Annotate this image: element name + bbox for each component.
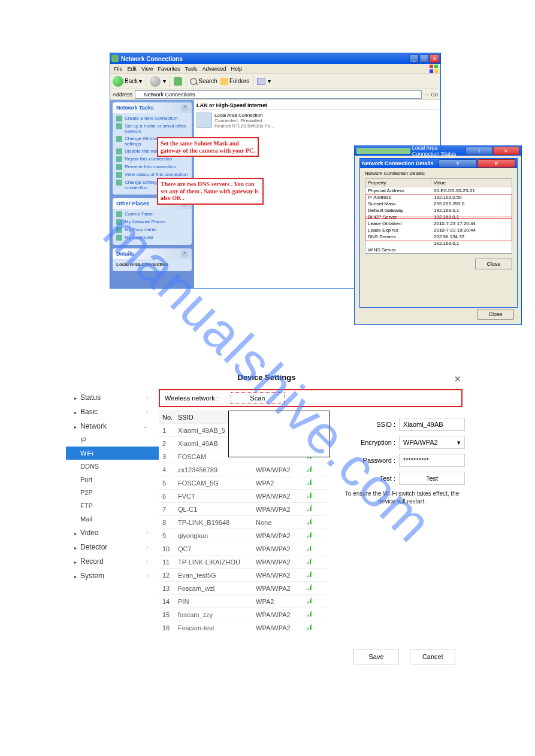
task-icon (116, 136, 122, 142)
collapse-icon[interactable]: ⌃ (181, 250, 188, 257)
menu-tools[interactable]: Tools (185, 66, 197, 72)
selection-box (228, 411, 330, 457)
connection-state: Connected, Firewalled (214, 118, 262, 123)
sidebar-sub-ftp[interactable]: FTP (66, 499, 159, 512)
wifi-row[interactable]: 16Foscam-testWPA/WPA2 (159, 621, 327, 634)
close-button[interactable]: ✕ (477, 159, 516, 168)
go-button[interactable]: → Go (424, 92, 438, 98)
place-link[interactable]: My Computer (116, 235, 188, 241)
sidebar-sub-ddns[interactable]: DDNS (66, 460, 159, 473)
place-icon (116, 227, 122, 233)
address-field[interactable]: Network Connections (135, 90, 422, 99)
status-titlebar[interactable]: Local Area Connection Status ?✕ (355, 146, 521, 156)
sidebar-item-status[interactable]: ▸Status› (66, 390, 159, 405)
wifi-row[interactable]: 13Foscam_wzlWPA/WPA2 (159, 581, 327, 594)
menubar: File Edit View Favorites Tools Advanced … (110, 64, 440, 74)
task-link[interactable]: Repair this connection (116, 156, 188, 162)
details-label: Network Connection Details: (360, 168, 517, 178)
wifi-panel: Wireless network : Scan No. SSID 1Xiaomi… (159, 387, 467, 668)
sidebar-item-detector[interactable]: ▸Detector› (66, 540, 159, 554)
wifi-row[interactable]: 9qiyongkunWPA/WPA2 (159, 529, 327, 542)
maximize-button[interactable]: □ (419, 54, 429, 63)
details-titlebar[interactable]: Network Connection Details ?✕ (360, 159, 517, 168)
status-close-button[interactable]: Close (477, 309, 514, 320)
save-button[interactable]: Save (353, 649, 399, 664)
signal-icon (304, 612, 316, 618)
menu-help[interactable]: Help (231, 66, 242, 72)
sidebar-sub-port[interactable]: Port (66, 473, 159, 486)
signal-icon (304, 506, 316, 512)
task-icon (116, 148, 122, 154)
help-button[interactable]: ? (439, 159, 477, 168)
details-dialog: Network Connection Details ?✕ Network Co… (359, 158, 518, 308)
wifi-row[interactable]: 15foscam_zzyWPA/WPA2 (159, 608, 327, 621)
test-button[interactable]: Test (399, 472, 465, 485)
place-link[interactable]: Control Panel (116, 211, 188, 217)
menu-advanced[interactable]: Advanced (202, 66, 226, 72)
scan-button[interactable]: Scan (231, 392, 285, 404)
wifi-row[interactable]: 12Evan_test5GWPA/WPA2 (159, 568, 327, 581)
task-link[interactable]: Create a new connection (116, 116, 188, 122)
cancel-button[interactable]: Cancel (410, 649, 455, 664)
search-button[interactable]: Search (190, 78, 217, 85)
signal-icon (304, 625, 316, 631)
annotation-subnet: Set the same Subnet Mask and gateway of … (157, 137, 259, 157)
place-link[interactable]: My Network Places (116, 219, 188, 225)
collapse-icon[interactable]: ⌃ (181, 104, 188, 111)
wifi-form: SSID :Xiaomi_49AB Encryption :WPA/WPA2▾ … (339, 418, 465, 505)
details-title: Network Connection Details (362, 160, 439, 166)
titlebar[interactable]: Network Connections _ □ ✕ (110, 53, 440, 64)
sidebar-item-video[interactable]: ▸Video› (66, 526, 159, 540)
sidebar-item-record[interactable]: ▸Record› (66, 554, 159, 569)
wifi-row[interactable]: 5FOSCAM_5GWPA2 (159, 476, 327, 489)
menu-file[interactable]: File (114, 66, 123, 72)
help-button[interactable]: ? (466, 147, 492, 155)
place-link[interactable]: My Documents (116, 227, 188, 233)
minimize-button[interactable]: _ (409, 54, 419, 63)
wifi-row[interactable]: 4zx123456789WPA/WPA2 (159, 463, 327, 476)
wifi-row[interactable]: 6FVCTWPA/WPA2 (159, 489, 327, 502)
wifi-row[interactable]: 10QC7WPA/WPA2 (159, 542, 327, 555)
task-link[interactable]: Set up a home or small office network (116, 123, 188, 134)
wifi-row[interactable]: 7QL-C1WPA/WPA2 (159, 502, 327, 515)
place-icon (116, 235, 122, 241)
views-button[interactable] (257, 78, 265, 85)
address-bar: Address Network Connections → Go (110, 89, 440, 100)
back-button[interactable]: Back ▾ (113, 76, 142, 87)
ssid-field[interactable]: Xiaomi_49AB (399, 418, 465, 431)
task-link[interactable]: View status of this connection (116, 172, 188, 178)
task-icon (116, 123, 122, 129)
details-item: Local Area Connection (116, 262, 188, 267)
sidebar-sub-wifi[interactable]: WiFi (66, 447, 159, 460)
encryption-select[interactable]: WPA/WPA2▾ (399, 436, 465, 449)
sidebar-sub-p2p[interactable]: P2P (66, 486, 159, 499)
wifi-row[interactable]: 11TP-LINK-LIKAIZHOUWPA/WPA2 (159, 555, 327, 568)
network-tasks-title: Network Tasks (116, 105, 154, 111)
wifi-row[interactable]: 14PINWPA2 (159, 594, 327, 608)
forward-button[interactable] (150, 76, 161, 87)
menu-view[interactable]: View (141, 66, 153, 72)
window-title: Network Connections (121, 56, 409, 62)
close-icon[interactable]: ✕ (454, 374, 461, 384)
task-icon (116, 172, 122, 178)
close-button[interactable]: ✕ (493, 147, 519, 155)
details-close-button[interactable]: Close (475, 259, 512, 269)
wifi-row[interactable]: 8TP-LINK_B19648None (159, 515, 327, 529)
sidebar-sub-mail[interactable]: Mail (66, 512, 159, 526)
connection-name: Local Area Connection (214, 113, 263, 118)
connection-item[interactable]: Local Area Connection Connected, Firewal… (197, 113, 438, 129)
sidebar-sub-ip[interactable]: IP (66, 433, 159, 447)
sidebar-item-network[interactable]: ▸Network⌄ (66, 419, 159, 433)
up-icon[interactable] (174, 77, 182, 86)
menu-favorites[interactable]: Favorites (158, 66, 180, 72)
sidebar-item-basic[interactable]: ▸Basic› (66, 405, 159, 419)
restart-hint: To ensure the Wi-Fi switch takes effect,… (339, 490, 465, 505)
folders-button[interactable]: Folders (220, 78, 249, 85)
annotation-dns: There are two DNS servers . You can set … (157, 178, 264, 205)
menu-edit[interactable]: Edit (128, 66, 137, 72)
other-places-block: Other Places⌃ Control PanelMy Network Pl… (113, 198, 192, 245)
task-link[interactable]: Rename this connection (116, 164, 188, 170)
close-button[interactable]: ✕ (430, 54, 439, 63)
password-field[interactable]: ********** (399, 454, 465, 467)
sidebar-item-system[interactable]: ▸System› (66, 569, 159, 583)
